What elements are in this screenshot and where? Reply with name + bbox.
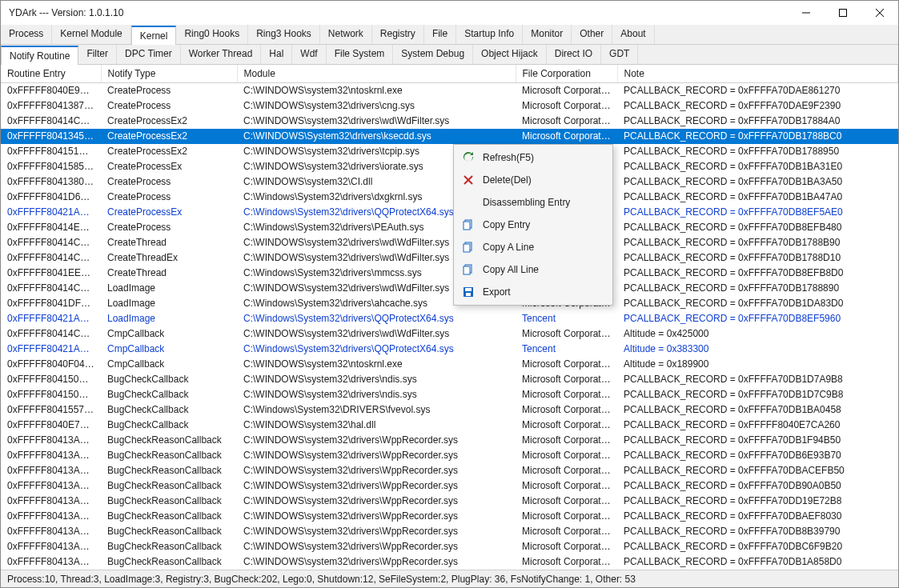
table-row[interactable]: 0xFFFFF80414EA3FC0CreateProcessC:\Window… [1, 220, 898, 235]
maximize-button[interactable] [825, 1, 861, 25]
cell-note: PCALLBACK_RECORD = 0xFFFFA70DB8EFB8D0 [617, 266, 898, 281]
cell-note: PCALLBACK_RECORD = 0xFFFFA70DB1BA3A50 [617, 174, 898, 190]
cell-entry: 0xFFFFF80414C6E1A0 [1, 250, 101, 266]
table-row[interactable]: 0xFFFFF8041DF5B210LoadImageC:\Windows\Sy… [1, 296, 898, 311]
cell-module: C:\WINDOWS\system32\drivers\WppRecorder.… [237, 509, 516, 524]
tab-about[interactable]: About [612, 25, 654, 44]
table-row[interactable]: 0xFFFFF80413A12890BugCheckReasonCallback… [1, 463, 898, 478]
cell-note: PCALLBACK_RECORD = 0xFFFFA70DB6E93B70 [617, 448, 898, 463]
subtab-system-debug[interactable]: System Debug [393, 45, 473, 64]
table-row[interactable]: 0xFFFFF80413A12830BugCheckReasonCallback… [1, 494, 898, 509]
table-row[interactable]: 0xFFFFF80414C6CF90CreateProcessEx2C:\WIN… [1, 114, 898, 129]
menu-item-label: Export [483, 286, 511, 298]
table-row[interactable]: 0xFFFFF8041557B4E0BugCheckCallbackC:\Win… [1, 402, 898, 418]
table-row[interactable]: 0xFFFFF804150DCB50BugCheckCallbackC:\WIN… [1, 387, 898, 402]
tab-registry[interactable]: Registry [372, 25, 424, 44]
table-row[interactable]: 0xFFFFF804151DD9F0CreateProcessEx2C:\WIN… [1, 144, 898, 159]
table-row[interactable]: 0xFFFFF80421AD618CLoadImageC:\Windows\Sy… [1, 311, 898, 326]
tab-ring0-hooks[interactable]: Ring0 Hooks [176, 25, 248, 44]
table-row[interactable]: 0xFFFFF80413877220CreateProcessC:\WINDOW… [1, 98, 898, 114]
copy-icon [462, 263, 475, 276]
table-row[interactable]: 0xFFFFF80413A12890BugCheckReasonCallback… [1, 433, 898, 448]
cell-module: C:\WINDOWS\system32\drivers\WppRecorder.… [237, 539, 516, 554]
table-row[interactable]: 0xFFFFF80413A12890BugCheckReasonCallback… [1, 524, 898, 539]
table-row[interactable]: 0xFFFFF8040F0438E0CmpCallbackC:\WINDOWS\… [1, 357, 898, 372]
table-row[interactable]: 0xFFFFF804150DCB50BugCheckCallbackC:\WIN… [1, 372, 898, 387]
subtab-direct-io[interactable]: Direct IO [547, 45, 601, 64]
cell-type: CreateProcess [101, 174, 237, 190]
table-row[interactable]: 0xFFFFF8041585D930CreateProcessExC:\WIND… [1, 159, 898, 174]
tab-startup-info[interactable]: Startup Info [456, 25, 523, 44]
table-row[interactable]: 0xFFFFF8041345B420CreateProcessEx2C:\WIN… [1, 129, 898, 144]
table-row[interactable]: 0xFFFFF8040E921670CreateProcessC:\WINDOW… [1, 83, 898, 99]
tab-process[interactable]: Process [1, 25, 52, 44]
cell-corp: Tencent [516, 311, 617, 326]
svg-rect-11 [464, 266, 470, 274]
subtab-hal[interactable]: Hal [261, 45, 292, 64]
subtab-filter[interactable]: Filter [78, 45, 117, 64]
subtab-file-system[interactable]: File System [327, 45, 394, 64]
table-row[interactable]: 0xFFFFF80413A12890BugCheckReasonCallback… [1, 554, 898, 570]
column-header[interactable]: Module [237, 65, 516, 83]
cell-entry: 0xFFFFF804150DCB50 [1, 387, 101, 402]
subtab-notify-routine[interactable]: Notify Routine [1, 46, 78, 65]
tab-file[interactable]: File [424, 25, 456, 44]
svg-rect-13 [465, 288, 472, 291]
cell-type: LoadImage [101, 311, 237, 326]
subtab-object-hijack[interactable]: Object Hijack [473, 45, 547, 64]
table-row[interactable]: 0xFFFFF80414C5FF00CmpCallbackC:\WINDOWS\… [1, 326, 898, 342]
table-row[interactable]: 0xFFFFF80414C6E1A0CreateThreadExC:\WINDO… [1, 250, 898, 266]
cell-type: CreateProcessEx2 [101, 144, 237, 159]
cell-note: PCALLBACK_RECORD = 0xFFFFA70DB1788D10 [617, 250, 898, 266]
menu-item-export[interactable]: Export [456, 281, 611, 303]
table-row[interactable]: 0xFFFFF80414C6D7F0LoadImageC:\WINDOWS\sy… [1, 281, 898, 296]
menu-item-delete-del-[interactable]: Delete(Del) [456, 169, 611, 191]
table-row[interactable]: 0xFFFFF80421AD601CCreateProcessExC:\Wind… [1, 205, 898, 220]
menu-item-refresh-f5-[interactable]: Refresh(F5) [456, 146, 611, 169]
cell-corp: Microsoft Corporation [516, 448, 617, 463]
tab-ring3-hooks[interactable]: Ring3 Hooks [248, 25, 320, 44]
column-header[interactable]: File Corporation [516, 65, 617, 83]
tab-kernel[interactable]: Kernel [131, 26, 177, 45]
cell-note: PCALLBACK_RECORD = 0xFFFFA70DB1D7C9B8 [617, 387, 898, 402]
cell-note: PCALLBACK_RECORD = 0xFFFFA70DBAEF8030 [617, 509, 898, 524]
table-row[interactable]: 0xFFFFF8041EE41060CreateThreadC:\Windows… [1, 266, 898, 281]
cell-entry: 0xFFFFF80414C6D7F0 [1, 281, 101, 296]
cell-note: PCALLBACK_RECORD = 0xFFFFA70DB1F94B50 [617, 433, 898, 448]
copy-icon [462, 241, 475, 254]
subtab-wdf[interactable]: Wdf [292, 45, 326, 64]
column-header[interactable]: Routine Entry [1, 65, 101, 83]
table-row[interactable]: 0xFFFFF80414C6E3C0CreateThreadC:\WINDOWS… [1, 235, 898, 250]
cell-entry: 0xFFFFF8041DF5B210 [1, 296, 101, 311]
subtab-dpc-timer[interactable]: DPC Timer [117, 45, 181, 64]
table-row[interactable]: 0xFFFFF80421AD61ECCmpCallbackC:\Windows\… [1, 342, 898, 357]
table-row[interactable]: 0xFFFFF80413A12890BugCheckReasonCallback… [1, 509, 898, 524]
tab-other[interactable]: Other [572, 25, 612, 44]
tab-monitor[interactable]: Monitor [523, 25, 572, 44]
cell-note: PCALLBACK_RECORD = 0xFFFFA70DB1788BC0 [617, 129, 898, 144]
table-row[interactable]: 0xFFFFF8040E760BC0BugCheckCallbackC:\WIN… [1, 418, 898, 433]
cell-type: CreateProcess [101, 220, 237, 235]
menu-item-copy-entry[interactable]: Copy Entry [456, 214, 611, 236]
column-header[interactable]: Notify Type [101, 65, 237, 83]
table-row[interactable]: 0xFFFFF8041D696AA0CreateProcessC:\Window… [1, 190, 898, 205]
table-row[interactable]: 0xFFFFF80413A12890BugCheckReasonCallback… [1, 478, 898, 494]
cell-entry: 0xFFFFF804150DCB50 [1, 372, 101, 387]
cell-corp: Microsoft Corporation [516, 509, 617, 524]
column-header[interactable]: Note [617, 65, 898, 83]
subtab-gdt[interactable]: GDT [601, 45, 638, 64]
cell-type: BugCheckReasonCallback [101, 463, 237, 478]
cell-entry: 0xFFFFF8040F0438E0 [1, 357, 101, 372]
menu-item-copy-a-line[interactable]: Copy A Line [456, 236, 611, 258]
menu-item-disassembling-entry[interactable]: Disassembling Entry [456, 191, 611, 214]
svg-rect-7 [464, 222, 470, 230]
minimize-button[interactable] [788, 1, 825, 25]
tab-network[interactable]: Network [320, 25, 372, 44]
table-row[interactable]: 0xFFFFF80413A12890BugCheckReasonCallback… [1, 448, 898, 463]
close-button[interactable] [861, 1, 898, 25]
table-row[interactable]: 0xFFFFF804138054D0CreateProcessC:\WINDOW… [1, 174, 898, 190]
subtab-worker-thread[interactable]: Worker Thread [181, 45, 262, 64]
tab-kernel-module[interactable]: Kernel Module [52, 25, 130, 44]
menu-item-copy-all-line[interactable]: Copy All Line [456, 258, 611, 281]
table-row[interactable]: 0xFFFFF80413A12890BugCheckReasonCallback… [1, 539, 898, 554]
